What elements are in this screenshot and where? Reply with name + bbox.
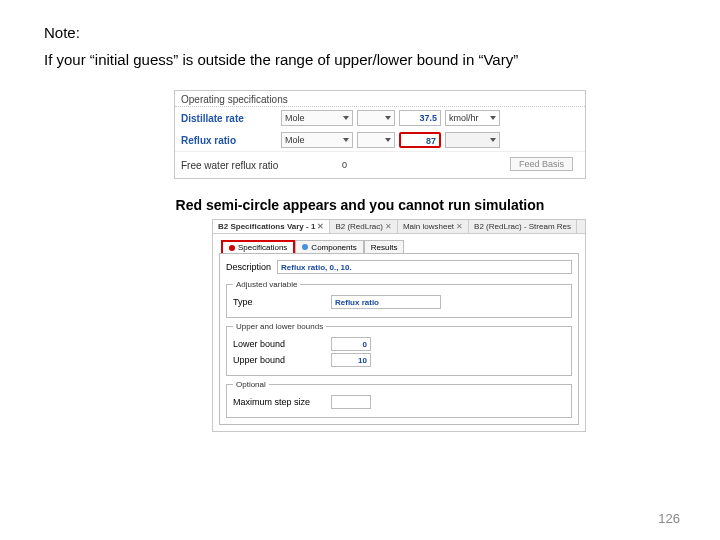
panel2-body: Specifications Components Results Descri… [213, 234, 585, 431]
close-icon[interactable]: ✕ [456, 222, 463, 231]
chevron-down-icon [385, 138, 391, 142]
upper-bound-label: Upper bound [233, 355, 325, 365]
tab-label: B2 Specifications Vary - 1 [218, 222, 315, 231]
group-label: Operating specifications [175, 91, 585, 107]
page-number: 126 [658, 511, 680, 526]
tab-components[interactable]: Components [295, 240, 363, 253]
max-step-label: Maximum step size [233, 397, 325, 407]
distillate-label: Distillate rate [181, 113, 277, 124]
type-combo[interactable]: Reflux ratio [331, 295, 441, 309]
inner-body: Description Adjusted variable Type Reflu… [219, 253, 579, 425]
upper-bound-input[interactable]: 10 [331, 353, 371, 367]
tab-results[interactable]: Results [364, 240, 405, 253]
reflux-basis-combo[interactable]: Mole [281, 132, 353, 148]
tab-label: Components [311, 243, 356, 252]
adjusted-variable-group: Adjusted variable Type Reflux ratio [226, 280, 572, 318]
unit-text: kmol/hr [449, 111, 479, 125]
top-tabstrip: B2 Specifications Vary - 1✕ B2 (RedLrac)… [213, 220, 585, 234]
chevron-down-icon [343, 138, 349, 142]
note-heading: Note: [44, 24, 676, 41]
chevron-down-icon [385, 116, 391, 120]
row-distillate: Distillate rate Mole 37.5 kmol/hr [175, 107, 585, 129]
chevron-down-icon [490, 138, 496, 142]
close-icon[interactable]: ✕ [385, 222, 392, 231]
status-dot-icon [302, 244, 308, 250]
distillate-basis-combo[interactable]: Mole [281, 110, 353, 126]
lower-bound-input[interactable]: 0 [331, 337, 371, 351]
vary-spec-panel: B2 Specifications Vary - 1✕ B2 (RedLrac)… [212, 219, 586, 432]
distillate-value-input[interactable]: 37.5 [399, 110, 441, 126]
description-label: Description [226, 262, 271, 272]
tab-label: Results [371, 243, 398, 252]
caption-text: Red semi-circle appears and you cannot r… [44, 197, 676, 213]
reflux-label: Reflux ratio [181, 135, 277, 146]
inner-tabstrip: Specifications Components Results [221, 240, 579, 253]
reflux-unit-combo[interactable] [445, 132, 500, 148]
description-row: Description [226, 260, 572, 274]
optional-legend: Optional [233, 380, 269, 389]
description-input[interactable] [277, 260, 572, 274]
tab-label: Specifications [238, 243, 287, 252]
combo-value: Mole [285, 135, 305, 145]
tab-label: Main lowsheet [403, 222, 454, 231]
lower-bound-label: Lower bound [233, 339, 325, 349]
tab-main[interactable]: Main lowsheet✕ [398, 220, 469, 233]
bounds-group: Upper and lower bounds Lower bound 0 Upp… [226, 322, 572, 376]
combo-value: Mole [285, 113, 305, 123]
distillate-empty-combo[interactable] [357, 110, 395, 126]
tab-vary[interactable]: B2 Specifications Vary - 1✕ [213, 220, 330, 233]
chevron-down-icon [490, 116, 496, 120]
close-icon[interactable]: ✕ [317, 222, 324, 231]
tab-label: B2 (RedLrac) [335, 222, 383, 231]
tab-specifications[interactable]: Specifications [221, 240, 295, 253]
bounds-legend: Upper and lower bounds [233, 322, 326, 331]
type-label: Type [233, 297, 325, 307]
free-water-label: Free water reflux ratio [181, 160, 311, 171]
optional-group: Optional Maximum step size [226, 380, 572, 418]
combo-value: Reflux ratio [335, 298, 379, 307]
tab-label: B2 (RedLrac) - Stream Res [474, 222, 571, 231]
distillate-unit-combo[interactable]: kmol/hr [445, 110, 500, 126]
operating-specs-panel: Operating specifications Distillate rate… [174, 90, 586, 179]
adjusted-legend: Adjusted variable [233, 280, 300, 289]
status-dot-icon [229, 245, 235, 251]
row-free-water: Free water reflux ratio 0 Feed Basis [175, 151, 585, 178]
note-text: If your “initial guess” is outside the r… [44, 51, 676, 68]
feed-basis-button[interactable]: Feed Basis [510, 157, 573, 171]
max-step-input[interactable] [331, 395, 371, 409]
reflux-value-input[interactable]: 87 [399, 132, 441, 148]
chevron-down-icon [343, 116, 349, 120]
tab-stream[interactable]: B2 (RedLrac) - Stream Res [469, 220, 577, 233]
free-water-value[interactable]: 0 [315, 158, 347, 172]
row-reflux: Reflux ratio Mole 87 [175, 129, 585, 151]
tab-b2-1[interactable]: B2 (RedLrac)✕ [330, 220, 398, 233]
reflux-empty-combo[interactable] [357, 132, 395, 148]
